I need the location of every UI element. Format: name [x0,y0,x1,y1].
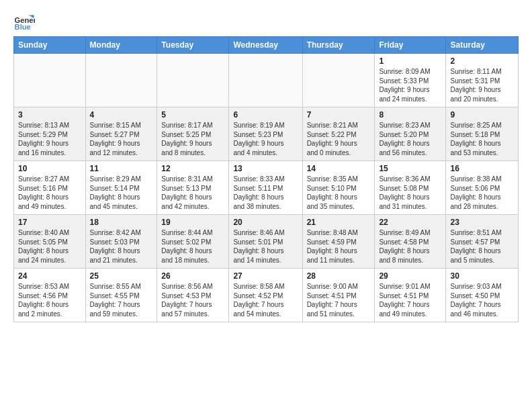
calendar-cell: 26Sunrise: 8:56 AM Sunset: 4:53 PM Dayli… [157,269,229,322]
day-number: 8 [379,110,441,120]
day-info: Sunrise: 9:03 AM Sunset: 4:50 PM Dayligh… [450,282,514,318]
calendar-cell: 6Sunrise: 8:19 AM Sunset: 5:23 PM Daylig… [229,107,302,161]
day-number: 7 [307,110,371,120]
day-number: 6 [233,110,298,120]
day-info: Sunrise: 8:31 AM Sunset: 5:13 PM Dayligh… [161,175,224,211]
calendar-cell [302,54,375,107]
day-info: Sunrise: 8:58 AM Sunset: 4:52 PM Dayligh… [233,282,298,318]
logo-icon: General Blue [13,11,35,32]
calendar-cell: 22Sunrise: 8:49 AM Sunset: 4:58 PM Dayli… [375,215,446,269]
calendar-cell: 24Sunrise: 8:53 AM Sunset: 4:56 PM Dayli… [14,269,86,322]
day-info: Sunrise: 8:44 AM Sunset: 5:02 PM Dayligh… [161,228,224,265]
day-info: Sunrise: 8:13 AM Sunset: 5:29 PM Dayligh… [18,121,81,157]
day-info: Sunrise: 8:21 AM Sunset: 5:22 PM Dayligh… [307,121,371,157]
calendar-cell: 7Sunrise: 8:21 AM Sunset: 5:22 PM Daylig… [302,107,375,161]
calendar-cell: 18Sunrise: 8:42 AM Sunset: 5:03 PM Dayli… [85,215,157,269]
day-info: Sunrise: 9:00 AM Sunset: 4:51 PM Dayligh… [307,282,371,318]
calendar-cell: 14Sunrise: 8:35 AM Sunset: 5:10 PM Dayli… [302,161,375,215]
calendar-day-header: Tuesday [157,37,229,54]
calendar-cell: 13Sunrise: 8:33 AM Sunset: 5:11 PM Dayli… [229,161,302,215]
day-number: 18 [90,218,153,227]
day-number: 13 [233,164,298,173]
day-info: Sunrise: 8:53 AM Sunset: 4:56 PM Dayligh… [18,282,81,318]
day-number: 17 [18,218,81,227]
calendar-cell: 10Sunrise: 8:27 AM Sunset: 5:16 PM Dayli… [14,161,86,215]
calendar-header-row: SundayMondayTuesdayWednesdayThursdayFrid… [14,37,519,54]
day-info: Sunrise: 8:17 AM Sunset: 5:25 PM Dayligh… [161,121,224,157]
calendar-week-row: 3Sunrise: 8:13 AM Sunset: 5:29 PM Daylig… [14,107,519,161]
day-number: 26 [161,271,224,281]
calendar-cell [229,54,302,107]
calendar-cell: 11Sunrise: 8:29 AM Sunset: 5:14 PM Dayli… [85,161,157,215]
calendar-cell: 29Sunrise: 9:01 AM Sunset: 4:51 PM Dayli… [375,269,446,322]
calendar-week-row: 10Sunrise: 8:27 AM Sunset: 5:16 PM Dayli… [14,161,519,215]
calendar-cell: 20Sunrise: 8:46 AM Sunset: 5:01 PM Dayli… [229,215,302,269]
day-info: Sunrise: 8:11 AM Sunset: 5:31 PM Dayligh… [450,67,514,103]
calendar-cell: 15Sunrise: 8:36 AM Sunset: 5:08 PM Dayli… [375,161,446,215]
day-number: 2 [450,56,514,66]
day-number: 27 [233,271,298,281]
day-info: Sunrise: 8:40 AM Sunset: 5:05 PM Dayligh… [18,228,81,265]
day-info: Sunrise: 8:35 AM Sunset: 5:10 PM Dayligh… [307,175,371,211]
calendar-day-header: Saturday [446,37,519,54]
day-number: 20 [233,218,298,227]
calendar-week-row: 1Sunrise: 8:09 AM Sunset: 5:33 PM Daylig… [14,54,519,107]
calendar-cell: 1Sunrise: 8:09 AM Sunset: 5:33 PM Daylig… [375,54,446,107]
calendar-cell: 27Sunrise: 8:58 AM Sunset: 4:52 PM Dayli… [229,269,302,322]
day-info: Sunrise: 8:25 AM Sunset: 5:18 PM Dayligh… [450,121,514,157]
page: General Blue SundayMondayTuesdayWednesda… [0,0,532,329]
day-number: 24 [18,271,81,281]
calendar-table: SundayMondayTuesdayWednesdayThursdayFrid… [13,36,519,322]
day-number: 9 [450,110,514,120]
day-number: 25 [90,271,153,281]
calendar-cell: 23Sunrise: 8:51 AM Sunset: 4:57 PM Dayli… [446,215,519,269]
day-number: 30 [450,271,514,281]
day-number: 16 [450,164,514,173]
day-info: Sunrise: 8:55 AM Sunset: 4:55 PM Dayligh… [90,282,153,318]
day-info: Sunrise: 8:36 AM Sunset: 5:08 PM Dayligh… [379,175,441,211]
calendar-cell: 4Sunrise: 8:15 AM Sunset: 5:27 PM Daylig… [85,107,157,161]
day-info: Sunrise: 8:15 AM Sunset: 5:27 PM Dayligh… [90,121,153,157]
calendar-cell: 3Sunrise: 8:13 AM Sunset: 5:29 PM Daylig… [14,107,86,161]
calendar-day-header: Monday [85,37,157,54]
day-number: 5 [161,110,224,120]
day-info: Sunrise: 8:46 AM Sunset: 5:01 PM Dayligh… [233,228,298,265]
calendar-day-header: Friday [375,37,446,54]
day-number: 14 [307,164,371,173]
svg-text:Blue: Blue [15,23,31,31]
calendar-week-row: 17Sunrise: 8:40 AM Sunset: 5:05 PM Dayli… [14,215,519,269]
day-info: Sunrise: 8:49 AM Sunset: 4:58 PM Dayligh… [379,228,441,265]
calendar-cell: 9Sunrise: 8:25 AM Sunset: 5:18 PM Daylig… [446,107,519,161]
day-info: Sunrise: 8:48 AM Sunset: 4:59 PM Dayligh… [307,228,371,265]
day-number: 4 [90,110,153,120]
calendar-cell: 5Sunrise: 8:17 AM Sunset: 5:25 PM Daylig… [157,107,229,161]
day-info: Sunrise: 8:51 AM Sunset: 4:57 PM Dayligh… [450,228,514,265]
day-info: Sunrise: 8:23 AM Sunset: 5:20 PM Dayligh… [379,121,441,157]
day-number: 11 [90,164,153,173]
day-number: 22 [379,218,441,227]
calendar-day-header: Thursday [302,37,375,54]
calendar-cell: 2Sunrise: 8:11 AM Sunset: 5:31 PM Daylig… [446,54,519,107]
calendar-cell: 28Sunrise: 9:00 AM Sunset: 4:51 PM Dayli… [302,269,375,322]
day-info: Sunrise: 8:19 AM Sunset: 5:23 PM Dayligh… [233,121,298,157]
calendar-cell: 19Sunrise: 8:44 AM Sunset: 5:02 PM Dayli… [157,215,229,269]
day-number: 29 [379,271,441,281]
calendar-cell: 16Sunrise: 8:38 AM Sunset: 5:06 PM Dayli… [446,161,519,215]
calendar-cell: 25Sunrise: 8:55 AM Sunset: 4:55 PM Dayli… [85,269,157,322]
day-info: Sunrise: 8:33 AM Sunset: 5:11 PM Dayligh… [233,175,298,211]
day-number: 28 [307,271,371,281]
day-info: Sunrise: 8:27 AM Sunset: 5:16 PM Dayligh… [18,175,81,211]
day-number: 1 [379,56,441,66]
day-info: Sunrise: 9:01 AM Sunset: 4:51 PM Dayligh… [379,282,441,318]
day-number: 3 [18,110,81,120]
day-info: Sunrise: 8:09 AM Sunset: 5:33 PM Dayligh… [379,67,441,103]
calendar-cell [14,54,86,107]
day-number: 10 [18,164,81,173]
calendar-cell: 21Sunrise: 8:48 AM Sunset: 4:59 PM Dayli… [302,215,375,269]
day-number: 12 [161,164,224,173]
calendar-cell: 30Sunrise: 9:03 AM Sunset: 4:50 PM Dayli… [446,269,519,322]
header: General Blue [13,11,519,32]
day-number: 15 [379,164,441,173]
calendar-cell: 12Sunrise: 8:31 AM Sunset: 5:13 PM Dayli… [157,161,229,215]
calendar-cell: 8Sunrise: 8:23 AM Sunset: 5:20 PM Daylig… [375,107,446,161]
